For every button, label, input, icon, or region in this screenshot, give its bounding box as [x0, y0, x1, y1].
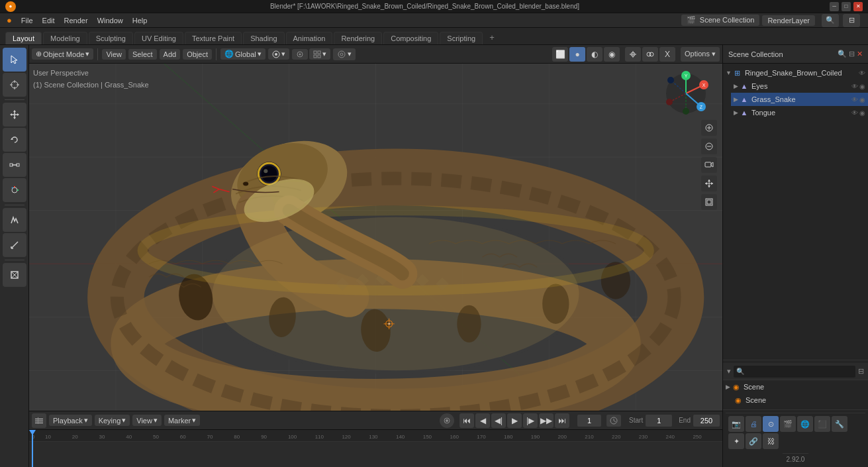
timeline-view-menu[interactable]: View ▾ — [132, 415, 162, 426]
next-keyframe-button[interactable]: |▶ — [523, 413, 538, 428]
viewport-object-menu[interactable]: Object — [183, 49, 212, 60]
3d-viewport[interactable]: User Perspective (1) Scene Collection | … — [29, 64, 722, 411]
maximize-button[interactable]: □ — [842, 2, 851, 11]
outliner-search-input[interactable]: 🔍 — [734, 366, 855, 378]
jump-to-end-button[interactable]: ⏭ — [555, 413, 569, 428]
timeline-type-button[interactable] — [32, 413, 46, 428]
outliner-item-scene-sub[interactable]: ◉ Scene — [731, 393, 868, 407]
tab-modeling[interactable]: Modeling — [43, 32, 87, 44]
playback-menu[interactable]: Playback ▾ — [49, 415, 92, 426]
pan-view-button[interactable] — [701, 176, 717, 191]
filter-button[interactable]: ⊟ — [843, 14, 860, 27]
tab-shading[interactable]: Shading — [243, 32, 284, 44]
viewport-select-menu[interactable]: Select — [128, 49, 157, 60]
current-frame-input[interactable]: 1 — [577, 415, 601, 427]
tab-uv-editing[interactable]: UV Editing — [134, 32, 183, 44]
wireframe-shading-button[interactable]: ⬜ — [552, 47, 568, 62]
outliner-minus-icon[interactable]: ✕ — [857, 50, 863, 58]
menu-help[interactable]: Help — [128, 15, 152, 26]
search-button[interactable]: 🔍 — [822, 14, 839, 27]
snap-toggle[interactable] — [292, 49, 308, 60]
tab-animation[interactable]: Animation — [286, 32, 333, 44]
xray-toggle[interactable]: X — [659, 47, 675, 62]
outliner-search-icon[interactable]: 🔍 — [838, 50, 847, 58]
tab-layout[interactable]: Layout — [5, 32, 42, 44]
tab-scripting[interactable]: Scripting — [440, 32, 483, 44]
render-properties-button[interactable]: 📷 — [728, 416, 744, 432]
menu-file[interactable]: File — [17, 15, 37, 26]
scene-selector[interactable]: 🎬 Scene Collection — [681, 15, 760, 26]
timeline-scrubber-area[interactable]: 0 10 20 30 40 50 60 70 80 90 100 110 120… — [29, 430, 722, 467]
tongue-visibility-icon[interactable]: 👁 — [851, 109, 858, 117]
menu-edit[interactable]: Edit — [38, 15, 59, 26]
measure-tool-button[interactable] — [3, 233, 26, 257]
tab-texture-paint[interactable]: Texture Paint — [185, 32, 242, 44]
menu-blender[interactable]: ● — [3, 14, 16, 26]
filter-options-icon[interactable]: ⊟ — [858, 367, 864, 376]
rotate-tool-button[interactable] — [3, 128, 26, 152]
annotate-tool-button[interactable] — [3, 208, 26, 232]
cursor-tool-button[interactable] — [3, 73, 26, 97]
pivot-selector[interactable]: ▾ — [268, 48, 289, 60]
scene-properties-button[interactable]: 🎬 — [780, 416, 796, 432]
output-properties-button[interactable]: 🖨 — [746, 416, 761, 432]
viewport-add-menu[interactable]: Add — [160, 49, 181, 60]
eyes-visibility-icon[interactable]: 👁 — [851, 83, 858, 90]
grasssnake-extra-icon[interactable]: ◉ — [859, 96, 865, 103]
camera-view-button[interactable] — [701, 157, 717, 173]
tab-sculpting[interactable]: Sculpting — [89, 32, 133, 44]
prev-keyframe-button[interactable]: ◀| — [491, 413, 506, 428]
particles-properties-button[interactable]: ✦ — [728, 433, 744, 449]
menu-window[interactable]: Window — [93, 15, 127, 26]
rendered-shading-button[interactable]: ◉ — [604, 47, 620, 62]
outliner-filter-icon[interactable]: ⊟ — [849, 50, 855, 58]
keying-menu[interactable]: Keying ▾ — [95, 415, 130, 426]
outliner-item-grasssnake[interactable]: ▶ ▲ Grass_Snake 👁 ◉ — [731, 93, 868, 106]
window-controls[interactable]: ─ □ ✕ — [830, 2, 863, 11]
move-tool-button[interactable] — [3, 103, 26, 127]
grasssnake-visibility-icon[interactable]: 👁 — [851, 96, 858, 103]
select-tool-button[interactable] — [3, 48, 26, 72]
viewport-properties-button[interactable]: ⊙ — [763, 416, 779, 432]
mode-selector[interactable]: ⊕ Object Mode ▾ — [32, 48, 93, 60]
overlay-toggle[interactable] — [642, 47, 658, 62]
close-button[interactable]: ✕ — [853, 2, 863, 11]
tab-rendering[interactable]: Rendering — [334, 32, 382, 44]
constraints-properties-button[interactable]: ⛓ — [763, 433, 779, 449]
viewport-view-menu[interactable]: View — [102, 49, 126, 60]
play-backward-button[interactable]: ◀ — [475, 413, 490, 428]
transform-orient-selector[interactable]: 🌐 Global ▾ — [220, 48, 265, 60]
end-frame-input[interactable]: 250 — [693, 415, 720, 427]
tongue-extra-icon[interactable]: ◉ — [859, 109, 865, 117]
world-properties-button[interactable]: 🌐 — [797, 416, 813, 432]
solid-shading-button[interactable]: ● — [569, 47, 585, 62]
frame-view-button[interactable] — [701, 194, 717, 210]
looksdev-shading-button[interactable]: ◐ — [587, 47, 603, 62]
options-button[interactable]: Options ▾ — [681, 47, 720, 62]
jump-to-start-button[interactable]: ⏮ — [459, 413, 474, 428]
modifier-properties-button[interactable]: 🔧 — [832, 416, 847, 432]
start-frame-input[interactable]: 1 — [646, 415, 672, 427]
outliner-item-eyes[interactable]: ▶ ▲ Eyes 👁 ◉ — [731, 79, 868, 93]
collection-visibility-icon[interactable]: 👁 — [859, 70, 865, 77]
empty-tool-button[interactable] — [3, 263, 26, 287]
outliner-item-tongue[interactable]: ▶ ▲ Tongue 👁 ◉ — [731, 106, 868, 119]
proportional-edit-toggle[interactable]: ▾ — [333, 48, 356, 60]
navigation-gizmo[interactable]: X Y Z — [663, 70, 709, 117]
renderlayer-selector[interactable]: RenderLayer — [762, 15, 815, 26]
play-forward-button[interactable]: ▶ — [507, 413, 522, 428]
audio-toggle[interactable] — [440, 413, 454, 428]
physics-properties-button[interactable]: 🔗 — [746, 433, 761, 449]
zoom-in-button[interactable] — [701, 120, 717, 136]
tab-compositing[interactable]: Compositing — [383, 32, 438, 44]
play-fast-forward-button[interactable]: ▶▶ — [539, 413, 554, 428]
gizmo-toggle[interactable] — [625, 47, 641, 62]
add-workspace-button[interactable]: + — [484, 30, 500, 44]
transform-tool-button[interactable] — [3, 178, 26, 202]
menu-render[interactable]: Render — [60, 15, 92, 26]
eyes-extra-icon[interactable]: ◉ — [859, 83, 865, 90]
zoom-out-button[interactable] — [701, 138, 717, 154]
clock-icon-button[interactable] — [606, 415, 621, 427]
outliner-item-scene-main[interactable]: ▶ ◉ Scene — [723, 380, 868, 393]
marker-menu[interactable]: Marker ▾ — [164, 415, 200, 426]
